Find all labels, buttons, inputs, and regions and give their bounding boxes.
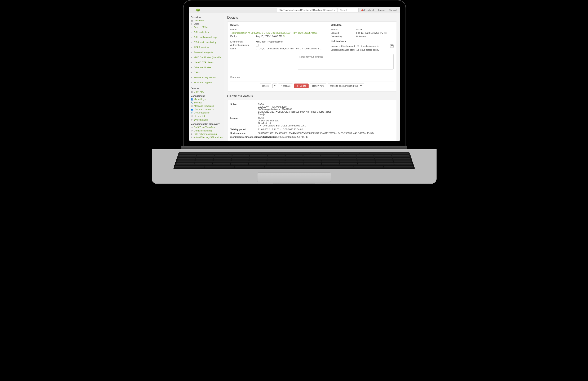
sidebar-item[interactable]: ≡Monitored applets (190, 81, 223, 84)
search-input[interactable] (338, 8, 359, 12)
logout-link[interactable]: Logout (377, 8, 386, 12)
sidebar-item-label: CT domain monitoring (194, 41, 217, 43)
sidebar-item[interactable]: ⚙Systemstatus (190, 118, 223, 121)
notif-expand-button[interactable] (390, 44, 394, 48)
sidebar-item-label: DNS Zone Transfers (194, 126, 215, 129)
sidebar-item-label: Domain scanning (194, 129, 212, 132)
autorenew-checkbox[interactable] (256, 44, 259, 46)
sidebar-item-icon: ⚙ (191, 119, 193, 121)
sidebar-item-label: License info (194, 115, 206, 118)
comment-label: Comment: (231, 76, 253, 78)
sidebar-item-label: Automation agents (194, 51, 213, 54)
notes-textarea[interactable] (298, 54, 394, 69)
subject-value: C=DK 2.5.4.97=NTRDK-99452988 O=Testorgan… (258, 103, 394, 116)
sidebar-item[interactable]: ≡CT domain monitoring (190, 40, 223, 44)
sidebar-item-label: My settings (194, 98, 206, 100)
calendar-icon[interactable]: 🗓 (283, 35, 285, 38)
sidebar-item[interactable]: ✉Message templates (190, 104, 223, 108)
expiry-value: Aug 10, 2025 1:34:02 PM🗓 (256, 35, 322, 38)
laptop-base (152, 149, 437, 184)
sidebar-item[interactable]: ≡MitID Certificates (NemID) (190, 56, 223, 59)
name-label: Name: (231, 28, 253, 31)
sidebar-item[interactable]: ⚙Active Directory SSL endpoint discovery (190, 136, 223, 139)
laptop-lip (273, 183, 315, 184)
sidebar-item-label: SSL certificates & keys (194, 36, 217, 39)
sidebar-item-icon: ⚙ (191, 130, 193, 132)
ignore-dropdown-button[interactable] (272, 83, 277, 88)
serial-value: 3657580019291904925698717344245993784503… (258, 132, 394, 134)
notif-normal-text: Normal notification start: 30 days befor… (331, 45, 379, 47)
sidebar-item[interactable]: 🔗DNS integration (190, 111, 223, 114)
sidebar-item-icon: ≡ (191, 46, 193, 49)
sidebar-item[interactable]: ≡Other certificates (190, 66, 223, 69)
sidebar-item-icon: ≡ (191, 66, 193, 69)
sidebar-item-label: Users and contacts (194, 108, 214, 111)
sidebar-item[interactable]: ≡NemID OTP clients (190, 61, 223, 64)
sidebar-item[interactable]: ▣Citrix ADC (190, 90, 223, 93)
notif-critical-text: Critical notification start: 14 days bef… (331, 49, 379, 51)
environment-label: Environment (231, 40, 253, 43)
sidebar-item-icon: ✉ (191, 105, 193, 107)
sidebar-item-icon: 🔗 (191, 112, 193, 114)
issuer-value: C=DK, O=Den Danske Stat, OU=Test - cti, … (256, 47, 322, 50)
sidebar-item[interactable]: ≡Automation agents (190, 51, 223, 54)
move-usergroup-button[interactable]: Move to another user group (328, 83, 364, 88)
info-icon[interactable]: i (384, 32, 387, 34)
sidebar-item-icon: ≡ (191, 41, 193, 43)
sidebar-item-icon: ⓘ (191, 115, 193, 118)
issuer-label: Issuer: (231, 47, 253, 50)
sidebar-item[interactable]: ≡ADFS services (190, 46, 223, 49)
sidebar-item-icon: ≡ (191, 26, 193, 28)
sidebar-item-icon: ≡ (191, 56, 193, 59)
sidebar-item-label: CRLs (194, 71, 200, 74)
update-button[interactable]: ✓ Update (278, 83, 293, 88)
sidebar-item[interactable]: ≡Search / Filter (190, 25, 223, 29)
sidebar-item[interactable]: ≡SSL endpoints (190, 31, 223, 34)
thumbprint-label: monitoredCertificate.edit.cert.thumbprin… (231, 136, 255, 138)
sidebar-item[interactable]: ≡Manual expiry alarms (190, 76, 223, 79)
sidebar-item[interactable]: 🔧Settings (190, 101, 223, 104)
renew-button[interactable]: Renew now (310, 83, 326, 88)
ignore-button[interactable]: Ignore (260, 83, 271, 88)
sidebar-item-icon: ≡ (191, 23, 193, 25)
button-bar: Ignore ✓ Update 🗑 Delete Renew now Move … (231, 81, 394, 88)
validity-value: 11-08-2022 13:34:03 - 10-08-2025 13:34:0… (258, 128, 394, 131)
sidebar-item-label: NemID OTP clients (194, 61, 214, 64)
sidebar-item-icon: ▦ (191, 20, 193, 22)
support-link[interactable]: Support (388, 8, 399, 12)
sidebar-item-icon: ⚙ (191, 126, 193, 129)
sidebar-item[interactable]: ≡Stats (190, 22, 223, 25)
autorenew-label: Automatic renewal (231, 44, 253, 46)
usergroup-select[interactable]: CN=TrustViewUsers,CN=Users,DC=adtest,DC=… (277, 8, 337, 12)
sidebar-item[interactable]: ≡SSL certificates & keys (190, 36, 223, 39)
sidebar-item-label: Citrix ADC (194, 90, 205, 93)
hamburger-menu-button[interactable] (191, 8, 195, 12)
delete-button[interactable]: 🗑 Delete (294, 83, 309, 88)
laptop-frame: CN=TrustViewUsers,CN=Users,DC=adtest,DC=… (152, 0, 437, 184)
sidebar-item-icon: ≡ (191, 61, 193, 64)
sidebar-item-icon: ≡ (191, 71, 193, 74)
sidebar-item-icon: 👤 (191, 98, 193, 100)
subject-label: Subject: (231, 103, 255, 116)
serial-label: Serienummer: (231, 132, 255, 134)
sidebar-item[interactable]: ⚙Domain scanning (190, 129, 223, 132)
sidebar-item[interactable]: 👥Users and contacts (190, 108, 223, 111)
sidebar-item-label: Active Directory SSL endpoint discovery (193, 136, 223, 139)
name-value[interactable]: Testorganisation nr. 99452988 // UI:DK-O… (231, 32, 322, 34)
laptop-keyboard (173, 152, 415, 169)
sidebar-item-icon: ≡ (191, 31, 193, 34)
sidebar-head-discovery: Management (of discovery) (191, 123, 223, 125)
sidebar-item[interactable]: ⚙DNS Zone Transfers (190, 126, 223, 129)
sidebar-item[interactable]: ⚙SSL network scanning (190, 132, 223, 136)
sidebar-item-label: Dashboard (194, 19, 205, 22)
sidebar-item-icon: 🔧 (191, 101, 193, 104)
feedback-link[interactable]: Feedback (360, 8, 376, 12)
sidebar-item[interactable]: ⓘLicense info (190, 114, 223, 118)
app-logo (196, 8, 200, 12)
sidebar-item[interactable]: 👤My settings (190, 98, 223, 101)
expiry-label: Expiry: (231, 35, 253, 38)
sidebar-item[interactable]: ▦Dashboard (190, 19, 223, 22)
sidebar-item-label: Monitored applets (194, 81, 212, 84)
sidebar-item[interactable]: ≡CRLs (190, 71, 223, 74)
sidebar-item-icon: 👥 (191, 108, 193, 111)
